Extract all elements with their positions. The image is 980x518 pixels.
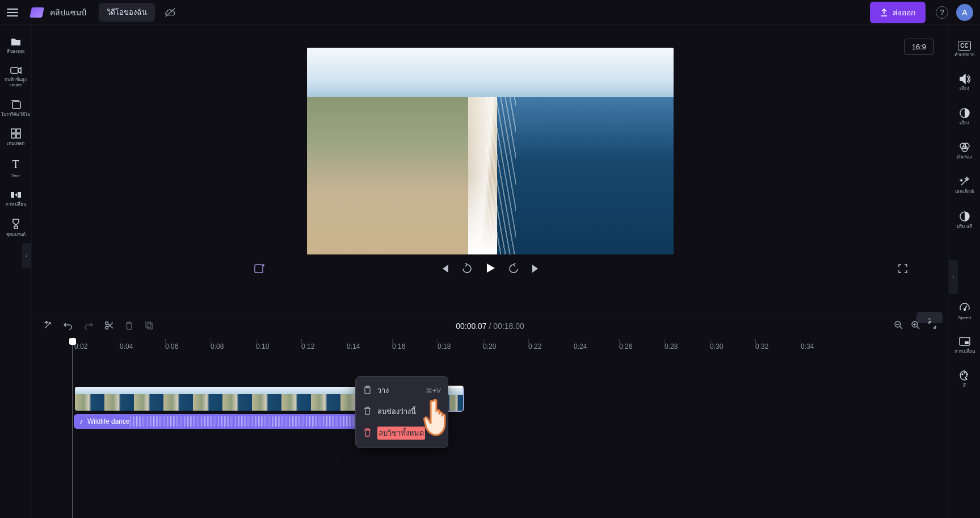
ruler-tick: 0:14 (347, 342, 392, 350)
user-avatar[interactable]: A (956, 4, 973, 21)
rsb-item-effects[interactable]: เอฟเฟ็กต์ (949, 168, 980, 203)
right-panel-toggle[interactable]: ‹ (949, 260, 958, 294)
svg-rect-2 (12, 102, 20, 108)
upload-icon (880, 9, 888, 16)
zoom-in-button[interactable] (911, 320, 920, 332)
sidebar-item-content-library[interactable]: ใบรารีคัน วิดีโอ (0, 94, 31, 123)
aspect-ratio-button[interactable]: 16:9 (905, 39, 933, 55)
audio-clip[interactable]: ♪ Wildlife dance (74, 414, 385, 429)
ruler-tick: 0:32 (755, 342, 801, 350)
skip-back-button[interactable] (439, 263, 450, 277)
export-button[interactable]: ส่งออก (870, 2, 926, 23)
rsb-item-color[interactable]: สี (949, 362, 980, 396)
ruler-tick: 0:06 (165, 342, 211, 350)
forward-10-button[interactable] (508, 263, 519, 277)
ctx-delete-all[interactable]: ลบวิชาทั้งหมด (356, 422, 448, 444)
undo-button[interactable] (64, 321, 73, 332)
svg-rect-3 (11, 129, 15, 133)
sidebar-item-templates[interactable]: เทมเพลต (0, 123, 31, 152)
fullscreen-button[interactable] (897, 263, 909, 277)
speaker-icon (959, 74, 970, 84)
ruler-tick: 0:02 (74, 342, 120, 350)
svg-rect-9 (255, 265, 263, 273)
playhead-start[interactable] (73, 338, 73, 518)
trash-icon (363, 428, 372, 438)
timeline-tracks[interactable]: ♪ Wildlife dance (32, 355, 948, 429)
svg-rect-23 (965, 341, 969, 344)
duplicate-button[interactable] (145, 321, 154, 332)
ruler-tick: 0:20 (483, 342, 528, 350)
preview-zone: 16:9 (32, 25, 948, 314)
video-clip-1[interactable] (74, 386, 385, 412)
svg-rect-12 (146, 322, 151, 327)
ruler-tick: 0:34 (801, 342, 846, 350)
ctx-delete-empty[interactable]: ลบช่องว่างนี้ (356, 401, 448, 422)
filters-icon (959, 141, 970, 153)
svg-rect-4 (16, 129, 20, 133)
play-button[interactable] (484, 262, 497, 278)
gap-context-menu: วาง ⌘+V ลบช่องว่างนี้ ลบวิชาทั้งหมด (355, 376, 448, 448)
waveform-icon (131, 416, 381, 427)
help-icon[interactable]: ? (936, 6, 948, 19)
project-title[interactable]: คลิปแซมป์ (50, 6, 86, 19)
timeline-ruler[interactable]: 0:020:040:060:080:100:120:140:160:180:20… (32, 338, 948, 355)
ruler-tick: 0:24 (574, 342, 619, 350)
rsb-item-speed[interactable]: Speed (949, 294, 980, 329)
rsb-item-adjust-colors[interactable]: ปรับ แสี (949, 203, 980, 237)
rsb-item-captions[interactable]: CC คำบรรยาย (949, 32, 980, 66)
sidebar-item-transitions[interactable]: การเปลี่ยน (0, 185, 31, 213)
sidebar-item-record[interactable]: บันทึกขั้นสูง create (0, 60, 31, 94)
svg-point-26 (966, 374, 968, 375)
transition-icon (10, 190, 22, 199)
tab-my-videos[interactable]: วิดีโอของฉัน (99, 3, 155, 22)
sidebar-item-your-media[interactable]: สีของคุณ (0, 32, 31, 60)
svg-rect-6 (16, 134, 20, 138)
cc-icon: CC (958, 41, 970, 51)
fade-icon (959, 107, 970, 119)
delete-button[interactable] (125, 321, 133, 332)
auto-compose-icon[interactable] (253, 263, 266, 277)
split-button[interactable] (104, 321, 113, 332)
ruler-tick: 0:12 (301, 342, 347, 350)
left-panel-toggle[interactable]: › (22, 243, 31, 268)
cloud-sync-off-icon[interactable] (164, 7, 176, 18)
ruler-tick: 0:18 (438, 342, 483, 350)
timeline-toolbar: 00:00.07 / 00:18.00 (32, 314, 948, 338)
svg-point-11 (106, 321, 108, 324)
redo-button[interactable] (84, 321, 93, 332)
ctx-paste-label: วาง (377, 385, 389, 396)
top-bar: คลิปแซมป์ วิดีโอของฉัน ส่งออก ? A (0, 0, 980, 25)
ctx-paste[interactable]: วาง ⌘+V (356, 380, 448, 401)
svg-point-10 (106, 326, 108, 329)
svg-rect-1 (11, 68, 18, 73)
ruler-tick: 0:04 (120, 342, 165, 350)
skip-forward-button[interactable] (531, 263, 542, 277)
hamburger-menu-icon[interactable] (7, 6, 20, 19)
svg-point-25 (964, 372, 965, 373)
rewind-10-button[interactable] (461, 263, 473, 277)
rsb-item-audio[interactable]: เสียง (949, 66, 980, 99)
rsb-item-fade[interactable]: เสียง (949, 99, 980, 134)
center-panel: 16:9 (32, 25, 948, 518)
rsb-item-transition[interactable]: การเปลี่ยน (949, 329, 980, 362)
ruler-tick: 0:10 (256, 342, 301, 350)
video-preview[interactable] (307, 48, 674, 254)
sidebar-item-text[interactable]: T Text (0, 152, 31, 185)
rsb-item-filters[interactable]: ตัวกรอง (949, 133, 980, 168)
brand-kit-icon (11, 218, 21, 229)
paste-icon (363, 386, 372, 396)
zoom-out-button[interactable] (894, 320, 903, 332)
speedometer-icon (959, 302, 970, 314)
sidebar-item-brand-kit[interactable]: ชุดแบรนด์ (0, 212, 31, 243)
magic-wand-icon (959, 176, 970, 187)
ruler-tick: 0:26 (619, 342, 664, 350)
timeline-timestamp: 00:00.07 / 00:18.00 (456, 321, 524, 331)
ruler-tick: 0:30 (710, 342, 755, 350)
auto-tool-icon[interactable] (43, 321, 52, 332)
templates-icon (11, 128, 21, 139)
svg-point-24 (962, 374, 963, 375)
ctx-delete-all-label: ลบวิชาทั้งหมด (377, 427, 425, 440)
svg-rect-7 (11, 192, 14, 198)
zoom-fit-button[interactable] (928, 320, 937, 332)
library-icon (10, 99, 22, 110)
